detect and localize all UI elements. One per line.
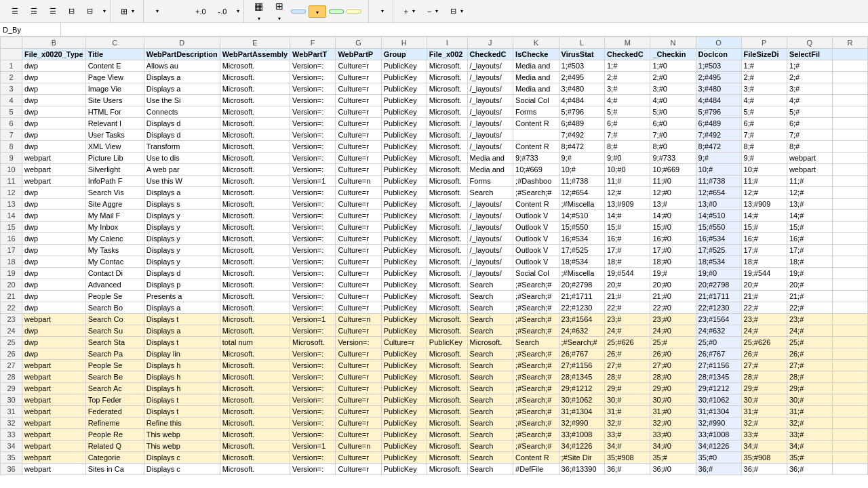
cell-m[interactable]: 4;# [604, 95, 650, 106]
cell-c[interactable]: My Contac [85, 256, 144, 268]
col-header-k[interactable]: K [513, 37, 559, 49]
cell-l[interactable]: 1;#503 [559, 60, 604, 72]
cell-l[interactable]: 29;#1212 [559, 383, 604, 394]
cell-h[interactable]: PublicKey [381, 279, 427, 291]
cell-l[interactable]: 17;#525 [559, 245, 604, 256]
col-header-g[interactable]: G [336, 37, 381, 49]
cell-h[interactable]: PublicKey [381, 152, 427, 164]
cell-p[interactable]: 25;#626 [741, 337, 787, 348]
cell-e[interactable]: Microsoft. [220, 199, 290, 210]
cell-n[interactable]: 9;#733 [650, 152, 696, 164]
cell-m[interactable]: 32;# [604, 418, 650, 429]
cell-i[interactable]: Microsoft. [427, 152, 467, 164]
cell-n[interactable]: 1;#0 [650, 60, 696, 72]
cell-j[interactable]: /_layouts/ [467, 256, 513, 268]
cell-q[interactable]: 24;# [787, 325, 832, 337]
cell-c[interactable]: Related Q [85, 441, 144, 452]
cell-j[interactable]: /_layouts/ [467, 83, 513, 95]
cell-k[interactable]: ;#Search;# [513, 325, 559, 337]
cell-e[interactable]: Microsoft. [220, 429, 290, 441]
cell-p[interactable]: 4;# [741, 95, 787, 106]
cell-d[interactable]: Displays y [144, 210, 220, 222]
cell-b[interactable]: dwp [22, 279, 86, 291]
cell-q[interactable]: 31;# [787, 406, 832, 418]
delete-button[interactable]: − ▾ [422, 5, 443, 18]
cell-p[interactable]: 26;# [741, 348, 787, 360]
cell-e[interactable]: Microsoft. [220, 164, 290, 176]
cell-k[interactable]: ;#Search;# [513, 314, 559, 325]
cell-d[interactable]: Refine this [144, 418, 220, 429]
cell-l[interactable]: 4;#484 [559, 95, 604, 106]
cell-g[interactable]: Culture=r [336, 256, 381, 268]
cell-r[interactable] [832, 256, 867, 268]
cell-b[interactable]: webpart [22, 452, 86, 464]
cell-r[interactable] [832, 441, 867, 452]
cell-e[interactable]: Microsoft. [220, 222, 290, 233]
cell-k[interactable]: Outlook V [513, 256, 559, 268]
cell-f[interactable]: Version=: [290, 418, 336, 429]
cell-o[interactable]: 33;#1008 [696, 429, 741, 441]
cell-b[interactable]: dwp [22, 210, 86, 222]
cell-e[interactable]: Microsoft. [220, 83, 290, 95]
cell-d[interactable]: Displays h [144, 383, 220, 394]
cell-f[interactable]: Version=: [290, 464, 336, 475]
cell-f[interactable]: Version=: [290, 72, 336, 83]
cell-d[interactable]: Displays d [144, 268, 220, 279]
cell-e[interactable]: Microsoft. [220, 279, 290, 291]
cell-c[interactable]: My Tasks [85, 245, 144, 256]
cell-l[interactable]: 24;#632 [559, 325, 604, 337]
cell-k[interactable]: Outlook V [513, 233, 559, 245]
cell-b[interactable]: dwp [22, 222, 86, 233]
align-right-button[interactable]: ☰ [45, 5, 61, 18]
spreadsheet-grid[interactable]: B C D E F G H I J K L M N O P Q R [0, 37, 868, 488]
decimal-decrease-button[interactable]: -.0 [214, 5, 232, 18]
cell-o[interactable]: 26;#767 [696, 348, 741, 360]
percent-button[interactable] [166, 9, 176, 14]
cell-o[interactable]: 19;#0 [696, 268, 741, 279]
cell-h[interactable]: PublicKey [381, 210, 427, 222]
cell-m[interactable]: 3;# [604, 83, 650, 95]
cell-j[interactable]: Media and [467, 152, 513, 164]
cell-m[interactable]: 18;# [604, 256, 650, 268]
cell-p[interactable]: 20;# [741, 279, 787, 291]
cell-n[interactable]: 15;#0 [650, 222, 696, 233]
cell-r[interactable] [832, 199, 867, 210]
cell-p[interactable]: 29;# [741, 383, 787, 394]
cell-b[interactable]: dwp [22, 106, 86, 118]
cell-d[interactable]: Allows au [144, 60, 220, 72]
cell-c[interactable]: Advanced [85, 279, 144, 291]
cell-j[interactable]: /_layouts/ [467, 118, 513, 129]
cell-i[interactable]: Microsoft. [427, 268, 467, 279]
cell-m[interactable]: 33;# [604, 429, 650, 441]
cell-p[interactable]: 17;# [741, 245, 787, 256]
cell-n[interactable]: 30;#0 [650, 394, 696, 406]
cell-o[interactable]: 13;#0 [696, 199, 741, 210]
cell-k[interactable]: Content R [513, 118, 559, 129]
col-header-b[interactable]: B [22, 37, 86, 49]
cell-e[interactable]: Microsoft. [220, 256, 290, 268]
cell-k[interactable]: 9;#733 [513, 152, 559, 164]
cell-k[interactable]: ;#Search;# [513, 302, 559, 314]
cell-o[interactable]: 12;#654 [696, 187, 741, 199]
col-header-n[interactable]: N [650, 37, 696, 49]
cell-q[interactable]: 25;# [787, 337, 832, 348]
cell-c[interactable]: Image Vie [85, 83, 144, 95]
cell-o[interactable]: 34;#1226 [696, 441, 741, 452]
cell-r[interactable] [832, 464, 867, 475]
cell-j[interactable]: Search [467, 302, 513, 314]
cell-i[interactable]: Microsoft. [427, 256, 467, 268]
cell-e[interactable]: Microsoft. [220, 141, 290, 152]
cell-e[interactable]: Microsoft. [220, 106, 290, 118]
cell-b[interactable]: dwp [22, 141, 86, 152]
cell-q[interactable]: webpart [787, 152, 832, 164]
cell-n[interactable]: 32;#0 [650, 418, 696, 429]
cell-h[interactable]: PublicKey [381, 452, 427, 464]
comma-button[interactable] [178, 9, 188, 14]
cell-p[interactable]: 9;# [741, 152, 787, 164]
cell-p[interactable]: 24;# [741, 325, 787, 337]
cell-i[interactable]: Microsoft. [427, 164, 467, 176]
cell-r[interactable] [832, 129, 867, 141]
cell-h[interactable]: PublicKey [381, 106, 427, 118]
cell-k[interactable]: ;#Search;# [513, 383, 559, 394]
cell-n[interactable]: 3;#0 [650, 83, 696, 95]
